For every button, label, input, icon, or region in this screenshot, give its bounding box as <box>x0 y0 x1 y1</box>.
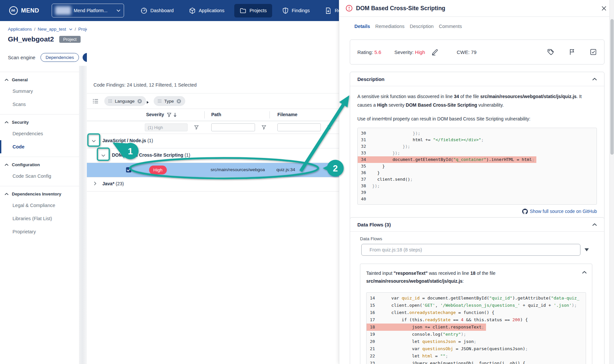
data-flow-selector[interactable]: From quiz.js:18 (8 steps) <box>361 244 580 256</box>
sidebar-section-security: SecurityDependenciesCode <box>0 114 79 157</box>
tab-remediations[interactable]: Remediations <box>375 24 405 29</box>
sidebar-item-summary[interactable]: Summary <box>0 85 79 98</box>
chip-label: Type <box>164 99 174 104</box>
rating-value: 5.6 <box>374 49 381 55</box>
sidebar-item-libraries-flat-list[interactable]: Libraries (Flat List) <box>0 212 79 225</box>
collapse-chevron-icon[interactable] <box>592 78 597 81</box>
panel-scrollbar[interactable] <box>609 0 614 364</box>
sidebar-section-header[interactable]: Security <box>0 117 79 127</box>
nav-item-applications[interactable]: Applications <box>184 4 230 17</box>
tab-description[interactable]: Description <box>410 24 434 29</box>
scrollbar-thumb[interactable] <box>610 19 614 155</box>
breadcrumb-link-applications[interactable]: Applications <box>8 27 32 32</box>
sidebar-section-header[interactable]: Configuration <box>0 160 79 169</box>
mend-platform-page: MEND Mend Platform... DashboardApplicati… <box>0 0 614 364</box>
sidebar-item-code-scan-config[interactable]: Code Scan Config <box>0 169 79 183</box>
group-row-language[interactable]: JavaScript / Node.js (1) <box>87 134 339 148</box>
tab-details[interactable]: Details <box>354 24 370 29</box>
taint-source-code-snippet[interactable]: 14 var quiz_id = document.getElementById… <box>366 292 586 364</box>
mend-logo-icon <box>9 6 18 15</box>
group-row-xss-type[interactable]: DOM Based Cross-Site Scripting (1) <box>87 148 339 163</box>
data-flow-step-card: Tainted input "responseText" was receive… <box>360 264 592 364</box>
group-chip-type[interactable]: Type <box>154 96 185 106</box>
filename-funnel-icon[interactable] <box>327 125 332 131</box>
code-line: 17 if (this.readyState == 4 && this.stat… <box>367 316 586 324</box>
tab-comments[interactable]: Comments <box>439 24 462 29</box>
remove-chip-icon[interactable] <box>137 99 142 104</box>
chip-separator-icon <box>146 99 149 103</box>
grid-icon <box>108 99 112 103</box>
sink-code-snippet[interactable]: 30 });31 html += "</fieldset></div>";32 … <box>357 128 597 205</box>
nav-item-dashboard[interactable]: Dashboard <box>135 4 179 17</box>
column-header-filename[interactable]: Filename <box>277 112 297 117</box>
finding-meta-card: Rating: 5.6 Severity: High CWE: 79 <box>350 39 604 65</box>
breadcrumb-separator: / <box>75 27 76 32</box>
sidebar-item-scans[interactable]: Scans <box>0 98 79 111</box>
severity-funnel-icon[interactable] <box>194 125 199 131</box>
select-caret-icon[interactable] <box>584 248 589 251</box>
nav-item-findings[interactable]: Findings <box>277 4 315 17</box>
collapsed-chevron-icon[interactable] <box>94 182 96 186</box>
github-link[interactable]: Show full source code on GitHub <box>357 208 597 215</box>
code-line: 38}); <box>358 183 597 189</box>
column-header-path[interactable]: Path <box>211 112 221 117</box>
edit-severity-icon[interactable] <box>431 48 439 56</box>
close-icon[interactable] <box>601 6 606 11</box>
column-header-severity[interactable]: Severity <box>146 112 164 117</box>
severity-filter-input[interactable] <box>145 123 188 131</box>
sort-descending-icon[interactable] <box>173 113 177 118</box>
expand-chevron-icon[interactable] <box>92 140 96 142</box>
main-navigation: DashboardApplicationsProjectsFindingsRep… <box>135 4 357 17</box>
data-flow-selector-value: From quiz.js:18 (8 steps) <box>370 247 422 252</box>
code-line: 15 client.open('GET', '/WebGoat/lesson_j… <box>367 302 586 309</box>
finding-path: src/main/resources/webgoa <box>211 167 274 172</box>
expand-chevron-icon[interactable] <box>101 154 105 157</box>
breadcrumb-caret-icon[interactable] <box>68 28 72 30</box>
cwe-label: CWE: <box>457 49 470 55</box>
nav-item-projects[interactable]: Projects <box>234 4 272 17</box>
collapse-chevron-icon[interactable] <box>592 223 597 226</box>
sidebar-item-dependencies[interactable]: Dependencies <box>0 127 79 140</box>
row-density-icon[interactable] <box>93 99 98 104</box>
finding-row-selected[interactable]: High src/main/resources/webgoa quiz.js:3… <box>87 163 339 177</box>
highlighted-code-line: 34 document.getElementById("q_container"… <box>358 156 536 163</box>
findings-icon <box>282 7 289 14</box>
sidebar-navigation: GeneralSummaryScansSecurityDependenciesC… <box>0 72 79 242</box>
github-link-label: Show full source code on GitHub <box>530 208 597 215</box>
path-filter-input[interactable] <box>211 123 255 131</box>
code-line: 19 console.log("entry"); <box>367 331 586 338</box>
org-selector[interactable]: Mend Platform... <box>52 4 124 17</box>
sidebar-item-code[interactable]: Code <box>0 140 79 153</box>
tag-icon[interactable] <box>547 48 555 56</box>
sidebar-section-header[interactable]: General <box>0 75 79 85</box>
chevron-up-icon <box>5 164 9 166</box>
brand-name: MEND <box>21 7 39 14</box>
row-checkbox-checked[interactable] <box>126 167 131 172</box>
code-line: 16 client.onreadystatechange = function(… <box>367 309 586 316</box>
description-card-header: Description <box>350 72 604 86</box>
code-line: 39 <box>358 189 597 196</box>
project-badge: Project <box>59 36 80 43</box>
remove-chip-icon[interactable] <box>176 99 181 104</box>
nav-item-label: Projects <box>249 8 267 13</box>
flag-icon[interactable] <box>569 48 576 56</box>
chip-label: Language <box>115 99 135 104</box>
sidebar-section-header[interactable]: Dependencies Inventory <box>0 189 79 199</box>
path-funnel-icon[interactable] <box>262 125 266 131</box>
data-flows-header-label: Data Flows (3) <box>357 222 391 227</box>
reports-icon <box>325 7 332 14</box>
collapse-chevron-icon[interactable] <box>582 269 587 275</box>
scan-engine-dependencies[interactable]: Dependencies <box>40 53 79 62</box>
sidebar-item-proprietary[interactable]: Proprietary <box>0 225 79 238</box>
code-line: 22 let html = ""; <box>367 352 586 360</box>
breadcrumb-link-new-app-test[interactable]: New_app_test <box>38 27 66 32</box>
org-avatar-redacted <box>55 6 71 15</box>
description-body: A sensitive sink function was discovered… <box>350 86 604 220</box>
review-check-icon[interactable] <box>590 48 597 56</box>
group-chip-language[interactable]: Language <box>104 96 146 106</box>
mend-logo[interactable]: MEND <box>9 6 39 15</box>
group-row-java[interactable]: Java* (23) <box>87 177 339 192</box>
severity-filter-icon[interactable] <box>167 113 171 118</box>
filename-filter-input[interactable] <box>277 123 321 131</box>
sidebar-item-legal-compliance[interactable]: Legal & Compliance <box>0 199 79 212</box>
